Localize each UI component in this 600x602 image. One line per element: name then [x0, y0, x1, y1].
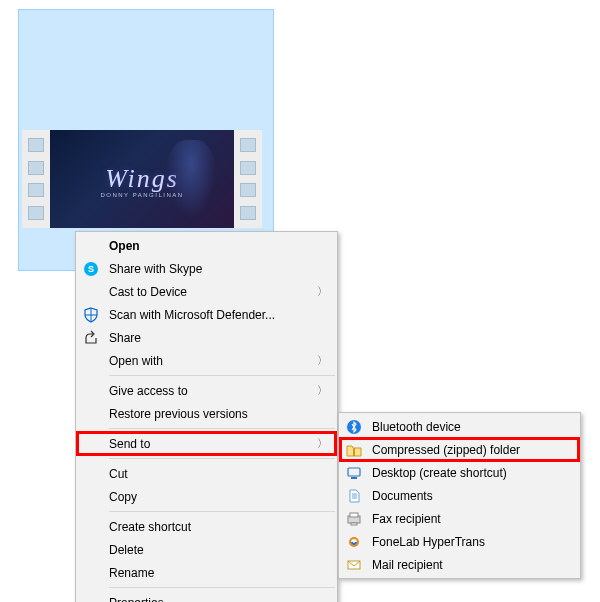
menu-separator — [109, 511, 335, 512]
desktop-icon — [346, 465, 362, 481]
chevron-right-icon: 〉 — [317, 436, 328, 451]
filmstrip-left — [22, 130, 50, 228]
svg-rect-4 — [348, 468, 360, 476]
svg-rect-3 — [353, 448, 355, 456]
menu-restore-previous[interactable]: Restore previous versions — [77, 402, 336, 425]
share-icon — [83, 330, 99, 346]
menu-scan-defender[interactable]: Scan with Microsoft Defender... — [77, 303, 336, 326]
submenu-mail-recipient[interactable]: Mail recipient — [340, 553, 579, 576]
video-preview-frame: Wings DONNY PANGILINAN — [50, 130, 234, 228]
chevron-right-icon: 〉 — [317, 383, 328, 398]
svg-text:S: S — [88, 264, 94, 274]
filmstrip-right — [234, 130, 262, 228]
menu-cast-to-device[interactable]: Cast to Device 〉 — [77, 280, 336, 303]
video-overlay-subtitle: DONNY PANGILINAN — [100, 192, 183, 198]
mail-icon — [346, 557, 362, 573]
zip-folder-icon — [346, 442, 362, 458]
submenu-fax-recipient[interactable]: Fax recipient — [340, 507, 579, 530]
defender-shield-icon — [83, 307, 99, 323]
video-file-thumbnail[interactable]: Wings DONNY PANGILINAN — [22, 130, 262, 228]
menu-send-to[interactable]: Send to 〉 — [77, 432, 336, 455]
context-menu: Open S Share with Skype Cast to Device 〉… — [75, 231, 338, 602]
submenu-documents[interactable]: Documents — [340, 484, 579, 507]
menu-create-shortcut[interactable]: Create shortcut — [77, 515, 336, 538]
skype-icon: S — [83, 261, 99, 277]
send-to-submenu: Bluetooth device Compressed (zipped) fol… — [338, 412, 581, 579]
submenu-desktop-shortcut[interactable]: Desktop (create shortcut) — [340, 461, 579, 484]
menu-separator — [109, 428, 335, 429]
svg-rect-7 — [350, 513, 358, 517]
submenu-bluetooth[interactable]: Bluetooth device — [340, 415, 579, 438]
menu-separator — [109, 375, 335, 376]
menu-open[interactable]: Open — [77, 234, 336, 257]
fax-icon — [346, 511, 362, 527]
menu-delete[interactable]: Delete — [77, 538, 336, 561]
menu-copy[interactable]: Copy — [77, 485, 336, 508]
menu-share[interactable]: Share — [77, 326, 336, 349]
menu-give-access[interactable]: Give access to 〉 — [77, 379, 336, 402]
submenu-compressed-folder[interactable]: Compressed (zipped) folder — [340, 438, 579, 461]
menu-share-skype[interactable]: S Share with Skype — [77, 257, 336, 280]
chevron-right-icon: 〉 — [317, 284, 328, 299]
fonelab-icon — [346, 534, 362, 550]
menu-cut[interactable]: Cut — [77, 462, 336, 485]
documents-icon — [346, 488, 362, 504]
submenu-fonelab[interactable]: FoneLab HyperTrans — [340, 530, 579, 553]
svg-rect-5 — [351, 477, 357, 479]
menu-rename[interactable]: Rename — [77, 561, 336, 584]
menu-properties[interactable]: Properties — [77, 591, 336, 602]
svg-rect-8 — [351, 523, 357, 525]
menu-separator — [109, 587, 335, 588]
menu-open-with[interactable]: Open with 〉 — [77, 349, 336, 372]
bluetooth-icon — [346, 419, 362, 435]
menu-separator — [109, 458, 335, 459]
chevron-right-icon: 〉 — [317, 353, 328, 368]
